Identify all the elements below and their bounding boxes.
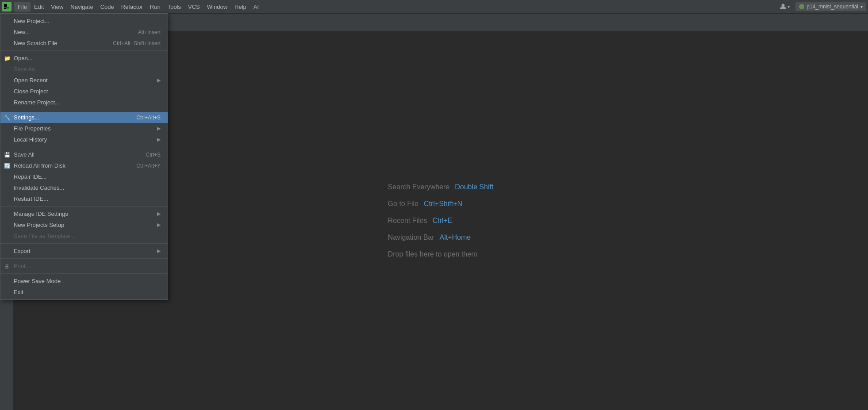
sep2 bbox=[0, 110, 168, 110]
settings-label: Settings... bbox=[14, 114, 39, 121]
menu-item-new-project[interactable]: New Project... bbox=[0, 15, 168, 27]
menubar: File Edit View Navigate Code Refactor Ru… bbox=[0, 0, 868, 13]
new-scratch-shortcut: Ctrl+Alt+Shift+Insert bbox=[95, 40, 161, 46]
new-scratch-label: New Scratch File bbox=[14, 40, 57, 46]
hint-search-everywhere: Search Everywhere Double Shift bbox=[388, 183, 494, 191]
goto-file-shortcut: Ctrl+Shift+N bbox=[424, 200, 462, 208]
reload-from-disk-label: Reload All from Disk bbox=[14, 162, 65, 169]
settings-shortcut: Ctrl+Alt+S bbox=[119, 115, 161, 121]
menu-item-manage-ide-settings[interactable]: Manage IDE Settings ▶ bbox=[0, 208, 168, 219]
menu-item-new-scratch[interactable]: New Scratch File Ctrl+Alt+Shift+Insert bbox=[0, 38, 168, 49]
open-folder-icon: 📁 bbox=[4, 55, 11, 61]
file-dropdown-overlay: New Project... New... Alt+Insert New Scr… bbox=[0, 13, 168, 300]
menu-item-settings[interactable]: 🔧 Settings... Ctrl+Alt+S bbox=[0, 112, 168, 123]
hint-navigation-bar: Navigation Bar Alt+Home bbox=[388, 234, 494, 241]
menu-tools[interactable]: Tools bbox=[164, 2, 184, 12]
open-label: Open... bbox=[14, 55, 33, 61]
sep3 bbox=[0, 147, 168, 147]
svg-rect-1 bbox=[4, 4, 7, 7]
menu-item-save-all[interactable]: 💾 Save All Ctrl+S bbox=[0, 149, 168, 160]
menu-window[interactable]: Window bbox=[204, 2, 231, 12]
project-name: p14_mnist_sequential bbox=[807, 4, 858, 10]
close-project-label: Close Project bbox=[14, 88, 48, 95]
menu-code[interactable]: Code bbox=[97, 2, 118, 12]
menu-item-file-properties[interactable]: File Properties ▶ bbox=[0, 123, 168, 134]
save-all-icon: 💾 bbox=[4, 152, 11, 158]
new-projects-setup-arrow: ▶ bbox=[157, 222, 161, 228]
hint-recent-files: Recent Files Ctrl+E bbox=[388, 217, 494, 225]
menu-refactor[interactable]: Refactor bbox=[118, 2, 146, 12]
menu-item-local-history[interactable]: Local History ▶ bbox=[0, 134, 168, 145]
file-properties-label: File Properties bbox=[14, 125, 51, 132]
menu-item-reload-from-disk[interactable]: 🔄 Reload All from Disk Ctrl+Alt+Y bbox=[0, 160, 168, 171]
save-as-template-label: Save File as Template... bbox=[14, 233, 75, 239]
manage-ide-settings-label: Manage IDE Settings bbox=[14, 211, 68, 217]
menu-file[interactable]: File bbox=[14, 2, 31, 12]
export-arrow: ▶ bbox=[157, 248, 161, 254]
menu-item-restart-ide[interactable]: Restart IDE... bbox=[0, 193, 168, 204]
local-history-label: Local History bbox=[14, 136, 47, 143]
invalidate-caches-label: Invalidate Caches... bbox=[14, 184, 64, 191]
project-selector[interactable]: p14_mnist_sequential ▾ bbox=[795, 2, 866, 11]
menu-item-close-project[interactable]: Close Project bbox=[0, 86, 168, 97]
sep7 bbox=[0, 273, 168, 274]
recent-files-label: Recent Files bbox=[388, 217, 427, 225]
open-recent-arrow: ▶ bbox=[157, 77, 161, 83]
new-projects-setup-label: New Projects Setup bbox=[14, 222, 64, 228]
menu-item-repair-ide[interactable]: Repair IDE... bbox=[0, 171, 168, 182]
navigation-bar-label: Navigation Bar bbox=[388, 234, 434, 241]
menu-item-new-projects-setup[interactable]: New Projects Setup ▶ bbox=[0, 219, 168, 230]
goto-file-label: Go to File bbox=[388, 200, 419, 208]
menu-item-invalidate-caches[interactable]: Invalidate Caches... bbox=[0, 182, 168, 193]
reload-from-disk-shortcut: Ctrl+Alt+Y bbox=[119, 163, 161, 169]
new-shortcut: Alt+Insert bbox=[120, 29, 161, 35]
menu-vcs[interactable]: VCS bbox=[184, 2, 204, 12]
local-history-arrow: ▶ bbox=[157, 137, 161, 142]
save-all-label: Save All bbox=[14, 151, 35, 158]
app-icon bbox=[2, 2, 12, 11]
file-properties-arrow: ▶ bbox=[157, 126, 161, 131]
user-icon-btn[interactable]: ▾ bbox=[778, 2, 792, 11]
project-dropdown-arrow: ▾ bbox=[860, 4, 863, 9]
project-dot bbox=[799, 4, 804, 9]
menu-item-open-recent[interactable]: Open Recent ▶ bbox=[0, 75, 168, 86]
repair-ide-label: Repair IDE... bbox=[14, 173, 46, 180]
svg-rect-2 bbox=[4, 8, 6, 9]
menu-view[interactable]: View bbox=[47, 2, 67, 12]
menu-item-open[interactable]: 📁 Open... bbox=[0, 53, 168, 64]
menu-item-save-as-template: Save File as Template... bbox=[0, 230, 168, 241]
menu-item-exit[interactable]: Exit bbox=[0, 287, 168, 298]
restart-ide-label: Restart IDE... bbox=[14, 195, 48, 202]
menu-item-power-save-mode[interactable]: Power Save Mode bbox=[0, 276, 168, 287]
exit-label: Exit bbox=[14, 289, 23, 295]
drop-files-label: Drop files here to open them bbox=[388, 250, 477, 258]
menu-ai[interactable]: AI bbox=[250, 2, 262, 12]
reload-icon: 🔄 bbox=[4, 163, 11, 169]
sep6 bbox=[0, 258, 168, 259]
search-everywhere-label: Search Everywhere bbox=[388, 183, 450, 191]
open-recent-label: Open Recent bbox=[14, 77, 48, 84]
menu-item-print: 🖨 Print... bbox=[0, 261, 168, 272]
menu-navigate[interactable]: Navigate bbox=[67, 2, 96, 12]
print-label: Print... bbox=[14, 263, 31, 269]
sep4 bbox=[0, 206, 168, 207]
svg-rect-4 bbox=[6, 9, 9, 9]
menu-item-rename-project[interactable]: Rename Project... bbox=[0, 97, 168, 108]
welcome-hints: Search Everywhere Double Shift Go to Fil… bbox=[388, 183, 494, 258]
save-as-label: Save As... bbox=[14, 66, 40, 73]
rename-project-label: Rename Project... bbox=[14, 99, 60, 106]
save-all-shortcut: Ctrl+S bbox=[128, 152, 161, 158]
search-everywhere-shortcut: Double Shift bbox=[455, 183, 493, 191]
menubar-right: ▾ p14_mnist_sequential ▾ bbox=[778, 2, 866, 11]
menu-items: File Edit View Navigate Code Refactor Ru… bbox=[14, 2, 262, 12]
hint-drop-files: Drop files here to open them bbox=[388, 250, 494, 258]
menu-item-new[interactable]: New... Alt+Insert bbox=[0, 27, 168, 38]
export-label: Export bbox=[14, 248, 31, 254]
menu-help[interactable]: Help bbox=[231, 2, 250, 12]
menu-item-save-as: Save As... bbox=[0, 64, 168, 75]
menu-item-export[interactable]: Export ▶ bbox=[0, 245, 168, 257]
hint-goto-file: Go to File Ctrl+Shift+N bbox=[388, 200, 494, 208]
menu-edit[interactable]: Edit bbox=[31, 2, 47, 12]
new-label: New... bbox=[14, 29, 30, 35]
menu-run[interactable]: Run bbox=[146, 2, 164, 12]
